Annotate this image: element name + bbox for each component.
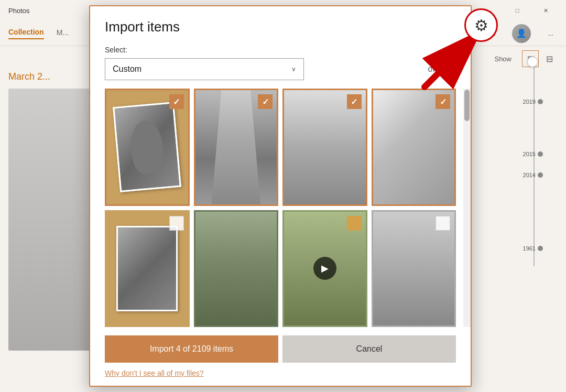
timeline-dot-2014	[538, 172, 543, 178]
timeline-dot-2015	[538, 151, 543, 157]
photo-cell-6[interactable]	[194, 210, 279, 328]
timeline-year-2019: 2019	[523, 99, 536, 105]
photo-cell-7[interactable]: ▶	[282, 210, 367, 328]
photo-grid: ✓ ✓ ✓	[105, 89, 456, 327]
help-link[interactable]: Why don't I see all of my files?	[105, 369, 456, 377]
tab-collection[interactable]: Collection	[8, 28, 44, 39]
footer-buttons: Import 4 of 2109 items Cancel	[105, 335, 456, 363]
close-button[interactable]: ✕	[534, 2, 558, 19]
chevron-down-icon: ∨	[291, 66, 296, 73]
app-title: Photos	[8, 7, 29, 15]
photo-cell-5[interactable]	[105, 210, 190, 328]
photo-grid-area: ✓ ✓ ✓	[90, 89, 471, 327]
timeline-year-2014: 2014	[523, 172, 536, 178]
photo-cell-8[interactable]	[372, 210, 456, 328]
maximize-button[interactable]: □	[505, 2, 529, 19]
tab-memories[interactable]: M...	[57, 28, 69, 39]
photo-cell-3[interactable]: ✓	[282, 89, 367, 206]
scrollbar[interactable]	[463, 89, 471, 327]
cancel-button[interactable]: Cancel	[282, 335, 456, 363]
avatar[interactable]: 👤	[512, 24, 531, 43]
bg-photo	[8, 89, 92, 351]
timeline-dot-2019	[538, 99, 543, 104]
select-dropdown[interactable]: Custom ∨	[105, 58, 304, 80]
photo-cell-2[interactable]: ✓	[194, 89, 279, 206]
timeline-year-2015: 2015	[523, 151, 536, 157]
checkbox-8[interactable]	[436, 216, 450, 231]
photo-cell-1[interactable]: ✓	[105, 89, 190, 206]
timeline-sidebar: 2019 2015 2014 1961	[535, 46, 566, 392]
photo-cell-4[interactable]: ✓	[372, 89, 456, 206]
modal-footer: Import 4 of 2109 items Cancel Why don't …	[90, 327, 471, 386]
checkbox-7[interactable]	[347, 216, 362, 231]
more-button[interactable]: ...	[543, 27, 558, 39]
timeline-handle[interactable]	[527, 57, 538, 67]
select-value: Custom	[113, 64, 142, 74]
checkbox-1[interactable]: ✓	[169, 94, 184, 109]
checkbox-2[interactable]: ✓	[258, 94, 273, 109]
gear-circle: ⚙	[464, 8, 498, 42]
checkbox-5[interactable]	[169, 216, 184, 231]
gear-icon: ⚙	[474, 16, 488, 35]
timeline-year-1961: 1961	[523, 245, 536, 252]
timeline-dot-1961	[538, 246, 543, 251]
import-button[interactable]: Import 4 of 2109 items	[105, 335, 278, 363]
play-button[interactable]: ▶	[313, 257, 336, 280]
checkbox-3[interactable]: ✓	[347, 94, 362, 109]
